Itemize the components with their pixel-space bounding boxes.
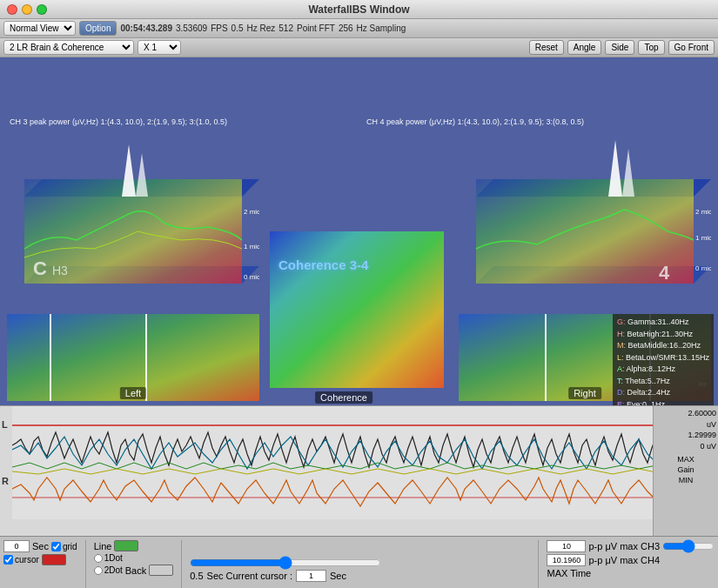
toolbar-row2: 2 LR Brain & Coherence X 1 Reset Angle S… bbox=[0, 38, 718, 57]
fps-label: FPS bbox=[211, 23, 227, 33]
sec-row: Sec grid bbox=[3, 540, 77, 552]
voltage-mid: 1.29999 bbox=[655, 430, 716, 441]
legend-A: A: Alpha:8..12Hz bbox=[617, 364, 709, 376]
voltage-zero: 0 uV bbox=[655, 441, 716, 452]
legend-H: H: BetaHigh:21..30Hz bbox=[617, 329, 709, 341]
time-display: 00:54:43.289 bbox=[120, 23, 172, 33]
max-label: MAX bbox=[677, 455, 695, 464]
dot2-label: 2Dot bbox=[94, 565, 123, 575]
svg-text:0 microV: 0 microV bbox=[695, 264, 711, 272]
cursor-checkbox[interactable] bbox=[3, 555, 13, 565]
right-meters: 2.60000 uV 1.29999 0 uV MAX Gain MIN bbox=[653, 406, 718, 537]
cursor-checkbox-label: cursor bbox=[3, 555, 39, 565]
coherence-label: Coherence 3-4 bbox=[278, 257, 368, 272]
voltage-unit: uV bbox=[655, 419, 716, 431]
sec-current-input[interactable] bbox=[296, 570, 326, 582]
grid-checkbox[interactable] bbox=[51, 542, 61, 551]
zoom-select[interactable]: X 1 bbox=[138, 40, 181, 55]
sec-input[interactable] bbox=[3, 540, 30, 552]
grid-checkbox-label: grid bbox=[51, 542, 77, 551]
left-controls: Sec grid cursor bbox=[3, 540, 77, 565]
ch4-pp-label: p-p μV max CH4 bbox=[588, 555, 660, 565]
title-bar: WaterfallBS Window bbox=[0, 0, 718, 19]
reset-button[interactable]: Reset bbox=[529, 40, 564, 55]
line-controls: Line 1Dot 2Dot Back bbox=[94, 540, 174, 576]
svg-text:1 microV: 1 microV bbox=[695, 234, 711, 242]
channel-select[interactable]: 2 LR Brain & Coherence bbox=[3, 40, 134, 55]
ch4-peak-info: CH 4 peak power (μV,Hz) 1:(4.3, 10.0), 2… bbox=[364, 117, 587, 127]
frequency-legend: G: Gamma:31..40Hz H: BetaHigh:21..30Hz M… bbox=[613, 314, 714, 405]
legend-T: T: Theta:5..7Hz bbox=[617, 376, 709, 388]
line-color-swatch bbox=[114, 540, 138, 551]
maximize-button[interactable] bbox=[37, 4, 47, 15]
go-front-button[interactable]: Go Front bbox=[668, 40, 715, 55]
coherence-panel: Coherence 3-4 bbox=[270, 231, 444, 388]
min-label: MIN bbox=[679, 476, 694, 484]
hz-rez-value: 0.5 bbox=[232, 23, 244, 33]
legend-G: G: Gamma:31..40Hz bbox=[617, 317, 709, 329]
separator2 bbox=[181, 540, 182, 588]
line-row: Line bbox=[94, 540, 174, 551]
svg-marker-14 bbox=[622, 149, 634, 197]
separator1 bbox=[85, 540, 86, 588]
legend-E: E: Eye:0..1Hz bbox=[617, 399, 709, 406]
angle-button[interactable]: Angle bbox=[567, 40, 602, 55]
cursor-row: cursor bbox=[3, 554, 77, 565]
right-panel-label: Right bbox=[568, 387, 601, 399]
hz-rez-label: Hz Rez bbox=[246, 23, 275, 33]
svg-text:H3: H3 bbox=[52, 264, 68, 277]
svg-text:C: C bbox=[33, 257, 47, 279]
R-label: R bbox=[2, 476, 9, 486]
fft-value: 512 bbox=[278, 23, 293, 33]
ch4-pp-input[interactable] bbox=[547, 554, 586, 566]
svg-marker-3 bbox=[122, 144, 136, 197]
close-button[interactable] bbox=[7, 4, 17, 15]
slider-row bbox=[190, 558, 530, 568]
L-label: L bbox=[2, 419, 8, 430]
dot2-radio[interactable] bbox=[94, 566, 103, 575]
ch-pp-section: p-p μV max CH3 p-p μV max CH4 MAX Time bbox=[547, 540, 715, 578]
dot1-row: 1Dot bbox=[94, 553, 174, 563]
line-label: Line bbox=[94, 541, 112, 551]
separator3 bbox=[538, 540, 539, 588]
legend-D: D: Delta:2..4Hz bbox=[617, 387, 709, 399]
sec-unit: Sec bbox=[32, 541, 49, 551]
coherence-bottom-label: Coherence bbox=[315, 391, 372, 404]
sec-current-row: 0.5 Sec Current cursor : Sec bbox=[190, 570, 530, 582]
waveform-svg bbox=[12, 406, 665, 519]
minimize-button[interactable] bbox=[22, 4, 32, 15]
legend-L: L: BetaLow/SMR:13..15Hz bbox=[617, 352, 709, 364]
fft-label: Point FFT bbox=[297, 23, 335, 33]
traffic-lights bbox=[7, 4, 47, 15]
dot1-radio[interactable] bbox=[94, 554, 103, 563]
option-button[interactable]: Option bbox=[79, 21, 117, 36]
ch3-pp-input[interactable] bbox=[547, 540, 586, 552]
sec-current-unit: Sec bbox=[330, 571, 346, 581]
ch4-pp-row: p-p μV max CH4 bbox=[547, 554, 715, 566]
ch3-waterfall: 2 microV 1 microV 0 microV C H3 bbox=[7, 127, 259, 310]
max-time-label: MAX Time bbox=[547, 568, 591, 578]
slider-section: 0.5 Sec Current cursor : Sec bbox=[190, 540, 530, 582]
time-slider[interactable] bbox=[190, 558, 381, 568]
left-bottom-panel: Left bbox=[7, 314, 259, 401]
ch3-pp-slider[interactable] bbox=[662, 541, 715, 551]
svg-rect-27 bbox=[12, 406, 665, 519]
svg-text:0 microV: 0 microV bbox=[244, 273, 259, 281]
slider-value: 0.5 bbox=[190, 571, 203, 581]
ch3-pp-row: p-p μV max CH3 bbox=[547, 540, 715, 552]
svg-rect-20 bbox=[270, 231, 444, 388]
side-button[interactable]: Side bbox=[605, 40, 634, 55]
top-button[interactable]: Top bbox=[638, 40, 664, 55]
svg-marker-4 bbox=[136, 153, 148, 197]
ch3-pp-label: p-p μV max CH3 bbox=[588, 541, 660, 551]
view-select[interactable]: Normal View bbox=[3, 21, 76, 36]
svg-text:2 microV: 2 microV bbox=[244, 208, 259, 216]
sampling-label: Hz Sampling bbox=[357, 23, 406, 33]
ch3-peak-info: CH 3 peak power (μV,Hz) 1:(4.3, 10.0), 2… bbox=[7, 117, 230, 127]
voltage-display: 2.60000 uV 1.29999 0 uV bbox=[655, 408, 716, 451]
dot2-row: 2Dot Back bbox=[94, 565, 174, 576]
svg-text:2 microV: 2 microV bbox=[695, 208, 711, 216]
ch4-waterfall: 2 microV 1 microV 0 microV 4 bbox=[459, 127, 711, 310]
visualization-area: CH 3 peak power (μV,Hz) 1:(4.3, 10.0), 2… bbox=[0, 57, 718, 405]
svg-text:1 microV: 1 microV bbox=[244, 243, 259, 251]
